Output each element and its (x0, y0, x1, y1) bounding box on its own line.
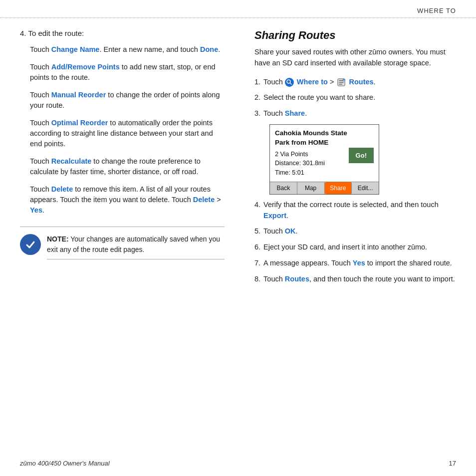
step1-text: Touch Where to > (263, 77, 376, 88)
screenshot-title: Cahokia Mounds StatePark from HOME (275, 129, 374, 148)
go-button[interactable]: Go! (349, 148, 374, 163)
page-header: Where To (0, 0, 476, 18)
edit-button[interactable]: Edit... (352, 182, 379, 194)
step-1: 1. Touch Where to > (254, 77, 456, 88)
section-title: Sharing Routes (254, 29, 456, 42)
search-icon (285, 78, 294, 87)
touch-item-addremove: Touch Add/Remove Points to add new start… (20, 62, 225, 83)
map-button[interactable]: Map (297, 182, 325, 194)
step6-num: 6. (254, 242, 260, 253)
step1-num: 1. (254, 77, 260, 88)
step-3: 3. Touch Share. (254, 108, 456, 119)
keyword-changename: Change Name (51, 45, 100, 53)
note-text: NOTE: Your changes are automatically sav… (47, 234, 225, 259)
share-button[interactable]: Share (325, 182, 352, 194)
keyword-manual: Manual Reorder (51, 91, 106, 99)
step5-num: 5. (254, 226, 260, 237)
keyword-ok: OK (285, 227, 296, 235)
screenshot-buttons: Back Map Share Edit... (270, 182, 379, 194)
screenshot-details: 2 Via Points Distance: 301.8mi Time: 5:0… (275, 150, 325, 178)
keyword-export: Export (263, 212, 286, 220)
left-column: 4. To edit the route: Touch Change Name.… (20, 29, 235, 434)
step2-num: 2. (254, 92, 260, 103)
keyword-share: Share (285, 109, 305, 117)
step7-num: 7. (254, 258, 260, 269)
footer-page: 17 (449, 460, 456, 467)
step4-num: 4. (254, 200, 260, 222)
note-icon (20, 234, 41, 255)
step3-num: 3. (254, 108, 260, 119)
step-6: 6. Eject your SD card, and insert it int… (254, 242, 456, 253)
step4-text: Verify that the correct route is selecte… (263, 200, 456, 222)
keyword-yes2: Yes (353, 259, 365, 267)
keyword-whereto: Where to (297, 78, 328, 86)
step3-text: Touch Share. (263, 108, 307, 119)
touch-item-changename: Touch Change Name. Enter a new name, and… (20, 44, 225, 55)
step8-text: Touch Routes, and then touch the route y… (263, 274, 455, 285)
page: Where To 4. To edit the route: Touch Cha… (0, 0, 476, 476)
routes-icon: + (337, 78, 346, 87)
footer-manual: zūmo 400/450 Owner's Manual (20, 460, 110, 467)
note-box: NOTE: Your changes are automatically sav… (20, 227, 225, 259)
step-7: 7. A message appears. Touch Yes to impor… (254, 258, 456, 269)
keyword-addremove: Add/Remove Points (51, 63, 120, 71)
keyword-routes2: Routes (285, 275, 309, 283)
page-title: Where To (417, 7, 456, 14)
touch-item-manual: Touch Manual Reorder to change the order… (20, 90, 225, 111)
screenshot-content: Cahokia Mounds StatePark from HOME 2 Via… (270, 125, 379, 182)
step4-header: 4. To edit the route: (20, 29, 225, 37)
keyword-delete: Delete (51, 185, 73, 193)
keyword-done: Done (200, 45, 218, 53)
right-column: Sharing Routes Share your saved routes w… (249, 29, 456, 434)
step5-text: Touch OK. (263, 226, 298, 237)
steps-list: 1. Touch Where to > (254, 77, 456, 119)
screenshot-box: Cahokia Mounds StatePark from HOME 2 Via… (269, 124, 379, 195)
steps-after-list: 4. Verify that the correct route is sele… (254, 200, 456, 285)
step-5: 5. Touch OK. (254, 226, 456, 237)
keyword-yes: Yes (30, 206, 42, 214)
touch-item-recalculate: Touch Recalculate to change the route pr… (20, 156, 225, 177)
note-bold: NOTE: (47, 235, 69, 243)
page-footer: zūmo 400/450 Owner's Manual 17 (20, 460, 456, 467)
step2-text: Select the route you want to share. (263, 92, 375, 103)
touch-item-delete: Touch Delete to remove this item. A list… (20, 184, 225, 216)
touch-item-optimal: Touch Optimal Reorder to automatically o… (20, 118, 225, 149)
keyword-recalculate: Recalculate (51, 157, 92, 165)
main-content: 4. To edit the route: Touch Change Name.… (0, 18, 476, 444)
step8-num: 8. (254, 274, 260, 285)
svg-line-1 (290, 83, 292, 85)
keyword-delete2: Delete (193, 196, 215, 204)
step-8: 8. Touch Routes, and then touch the rout… (254, 274, 456, 285)
keyword-routes: Routes (349, 78, 373, 86)
step-4: 4. Verify that the correct route is sele… (254, 200, 456, 222)
step-2: 2. Select the route you want to share. (254, 92, 456, 103)
checkmark-icon (25, 239, 36, 250)
svg-text:+: + (343, 79, 345, 81)
step6-text: Eject your SD card, and insert it into a… (263, 242, 427, 253)
keyword-optimal: Optimal Reorder (51, 119, 108, 127)
back-button[interactable]: Back (270, 182, 297, 194)
step7-text: A message appears. Touch Yes to import t… (263, 258, 452, 269)
svg-point-0 (287, 80, 290, 83)
section-desc: Share your saved routes with other zūmo … (254, 47, 456, 69)
